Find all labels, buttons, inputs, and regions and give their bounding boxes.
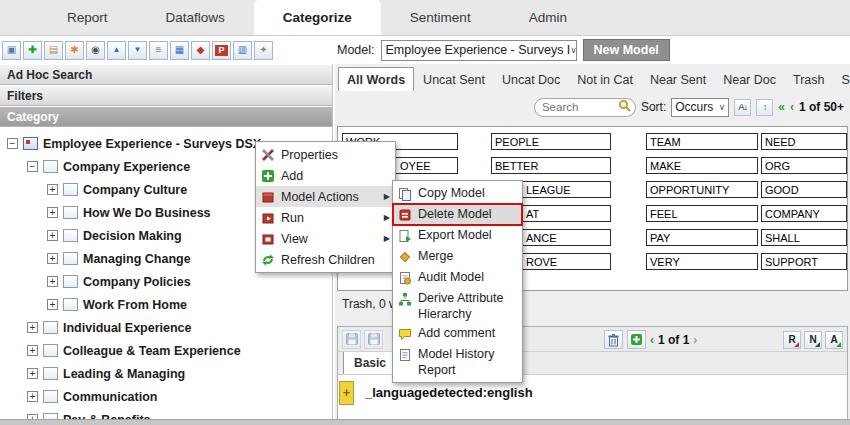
copy-icon[interactable]: [44, 41, 63, 60]
pdf-icon[interactable]: [212, 41, 231, 60]
submenu-item-merge[interactable]: Merge: [393, 246, 522, 267]
word-chip[interactable]: MAKE: [646, 157, 758, 174]
menu-item-view[interactable]: View ▶: [256, 228, 395, 249]
nav-tab-dataflows[interactable]: Dataflows: [137, 0, 254, 35]
submenu-item-export-model[interactable]: Export Model: [393, 225, 522, 246]
rating-n-button[interactable]: N: [804, 331, 822, 349]
model-icon[interactable]: [191, 41, 210, 60]
nav-tab-admin[interactable]: Admin: [500, 0, 596, 35]
add-attribute-button[interactable]: +: [339, 381, 354, 405]
report-icon[interactable]: [233, 41, 252, 60]
expand-icon[interactable]: +: [27, 322, 38, 333]
doc-tab-basic[interactable]: Basic: [343, 351, 397, 374]
word-chip[interactable]: SUPPORT: [761, 253, 847, 270]
properties-icon: [260, 147, 275, 162]
new-model-button[interactable]: New Model: [583, 39, 670, 61]
tree-item-work-from-home[interactable]: +Work From Home: [0, 293, 332, 316]
word-chip[interactable]: ORG: [761, 157, 847, 174]
settings-icon[interactable]: [254, 41, 273, 60]
move-up-icon[interactable]: [107, 41, 126, 60]
hierarchy-icon[interactable]: [149, 41, 168, 60]
sidebar-section-category[interactable]: Category: [0, 106, 332, 127]
context-menu: Properties Add Model Actions ▶ Run ▶ Vie…: [255, 141, 396, 273]
add-icon[interactable]: [23, 41, 42, 60]
tab-uncat-doc[interactable]: Uncat Doc: [494, 68, 568, 91]
collapse-icon[interactable]: −: [27, 161, 38, 172]
menu-item-refresh-children[interactable]: Refresh Children: [256, 249, 395, 270]
word-chip[interactable]: PAY: [646, 229, 758, 246]
submenu-item-model-history-report[interactable]: Model History Report: [393, 344, 522, 379]
word-chip[interactable]: SHALL: [761, 229, 847, 246]
collapse-icon[interactable]: −: [7, 138, 18, 149]
sidebar-section-ad-hoc-search[interactable]: Ad Hoc Search: [0, 64, 332, 85]
nav-tab-categorize[interactable]: Categorize: [254, 0, 381, 35]
tree-item-colleague-team-experience[interactable]: +Colleague & Team Experience: [0, 339, 332, 362]
tab-trash[interactable]: Trash: [785, 68, 833, 91]
menu-item-model-actions[interactable]: Model Actions ▶: [256, 186, 395, 207]
rating-a-button[interactable]: A: [825, 331, 843, 349]
expand-icon[interactable]: +: [27, 345, 38, 356]
add-doc-icon[interactable]: [627, 330, 646, 349]
save-icon[interactable]: [342, 330, 361, 349]
menu-item-add[interactable]: Add: [256, 165, 395, 186]
tree-item-leading-managing[interactable]: +Leading & Managing: [0, 362, 332, 385]
expand-icon[interactable]: +: [47, 230, 58, 241]
tab-all-words[interactable]: All Words: [338, 67, 414, 91]
search-icon[interactable]: [618, 99, 631, 115]
menu-item-label: Merge: [418, 249, 453, 265]
nav-tab-sentiment[interactable]: Sentiment: [381, 0, 500, 35]
sort-az-icon[interactable]: A↓: [734, 99, 751, 116]
word-chip[interactable]: COMPANY: [761, 205, 847, 222]
tree-item-communication[interactable]: +Communication: [0, 385, 332, 408]
tab-near-sent[interactable]: Near Sent: [642, 68, 714, 91]
submenu-item-delete-model[interactable]: Delete Model: [393, 204, 522, 225]
tab-not-in-cat[interactable]: Not in Cat: [569, 68, 641, 91]
trash-icon[interactable]: [604, 330, 623, 349]
word-chip[interactable]: VERY: [646, 253, 758, 270]
submenu-item-derive-attribute-hierarchy[interactable]: Derive Attribute Hierarchy: [393, 288, 522, 323]
word-chip[interactable]: GOOD: [761, 181, 847, 198]
search-box[interactable]: [534, 98, 636, 117]
expand-icon[interactable]: +: [47, 207, 58, 218]
expand-icon[interactable]: +: [27, 391, 38, 402]
tree-item-company-policies[interactable]: +Company Policies: [0, 270, 332, 293]
bottom-scrollbar[interactable]: [0, 419, 850, 425]
submenu-item-copy-model[interactable]: Copy Model: [393, 183, 522, 204]
expand-icon[interactable]: +: [47, 253, 58, 264]
word-chip[interactable]: FEEL: [646, 205, 758, 222]
menu-item-properties[interactable]: Properties: [256, 144, 395, 165]
tree-item-individual-experience[interactable]: +Individual Experience: [0, 316, 332, 339]
doc-next-icon[interactable]: ›: [693, 333, 697, 347]
nav-tab-report[interactable]: Report: [38, 0, 137, 35]
expand-icon[interactable]: +: [47, 184, 58, 195]
word-chip[interactable]: TEAM: [646, 133, 758, 150]
view-icon[interactable]: [86, 41, 105, 60]
tab-uncat-sent[interactable]: Uncat Sent: [415, 68, 493, 91]
word-chip[interactable]: OPPORTUNITY: [646, 181, 758, 198]
table-icon[interactable]: [170, 41, 189, 60]
word-chip[interactable]: NEED: [761, 133, 847, 150]
submenu-item-add-comment[interactable]: Add comment: [393, 323, 522, 344]
word-chip[interactable]: PEOPLE: [491, 133, 611, 150]
tab-structure[interactable]: Structure: [833, 68, 850, 91]
submenu-item-audit-model[interactable]: Audit Model: [393, 267, 522, 288]
rating-r-button[interactable]: R: [783, 331, 801, 349]
tab-near-doc[interactable]: Near Doc: [715, 68, 784, 91]
expand-icon[interactable]: +: [47, 276, 58, 287]
save-icon[interactable]: [2, 41, 21, 60]
move-down-icon[interactable]: [128, 41, 147, 60]
doc-prev-icon[interactable]: ‹: [650, 333, 654, 347]
expand-icon[interactable]: +: [27, 368, 38, 379]
sort-direction-icon[interactable]: ↕: [756, 99, 773, 116]
expand-icon[interactable]: +: [47, 299, 58, 310]
sidebar-section-filters[interactable]: Filters: [0, 85, 332, 106]
sort-select[interactable]: Occurs ∨: [671, 98, 729, 117]
publish-icon[interactable]: [65, 41, 84, 60]
save-all-icon[interactable]: [364, 330, 383, 349]
pager-first-icon[interactable]: «: [778, 100, 785, 114]
search-input[interactable]: [542, 101, 616, 113]
menu-item-run[interactable]: Run ▶: [256, 207, 395, 228]
model-select[interactable]: Employee Experience - Surveys I ∨: [381, 40, 577, 61]
word-chip[interactable]: BETTER: [491, 157, 611, 174]
pager-prev-icon[interactable]: ‹: [790, 100, 794, 114]
